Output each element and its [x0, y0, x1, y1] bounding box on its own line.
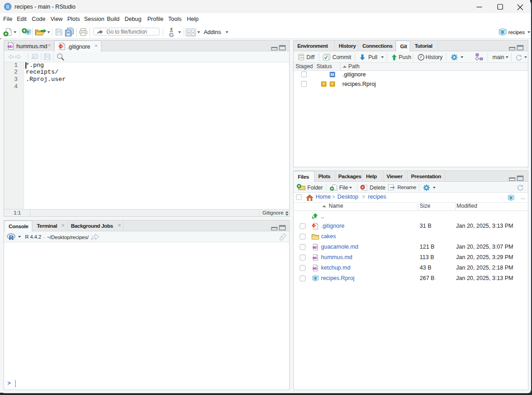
svg-text:MD: MD: [313, 246, 317, 249]
svg-text:R: R: [9, 234, 14, 241]
svg-text:G: G: [169, 31, 174, 38]
svg-text:R: R: [6, 4, 10, 10]
svg-text:R: R: [314, 276, 317, 280]
svg-text:MD: MD: [8, 45, 13, 49]
svg-text:MD: MD: [313, 256, 317, 260]
svg-text:R: R: [501, 30, 505, 35]
svg-text:R: R: [27, 30, 30, 34]
svg-text:R: R: [510, 195, 513, 200]
svg-text:MD: MD: [313, 267, 317, 270]
